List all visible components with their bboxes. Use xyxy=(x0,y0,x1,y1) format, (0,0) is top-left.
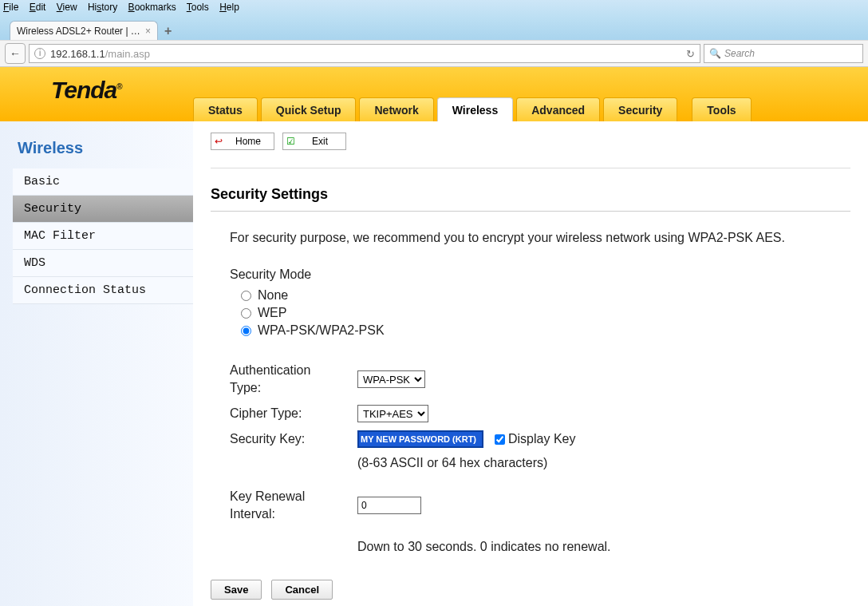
nav-network[interactable]: Network xyxy=(359,97,433,121)
menu-bookmarks[interactable]: Bookmarks xyxy=(128,2,176,13)
menu-tools[interactable]: Tools xyxy=(187,2,209,13)
router-page: Tenda® Status Quick Setup Network Wirele… xyxy=(0,67,868,606)
auth-type-label: AuthenticationType: xyxy=(230,362,357,397)
radio-wpa[interactable] xyxy=(241,326,251,336)
security-mode-label: Security Mode xyxy=(230,267,850,282)
security-key-input[interactable]: MY NEW PASSWORD (KRT) xyxy=(357,430,483,448)
url-host: 192.168.1.1 xyxy=(50,48,105,60)
radio-wpa-label: WPA-PSK/WPA2-PSK xyxy=(258,323,385,338)
menu-history[interactable]: History xyxy=(88,2,117,13)
settings-panel: Security Settings For security purpose, … xyxy=(211,168,850,558)
nav-advanced[interactable]: Advanced xyxy=(516,97,600,121)
exit-check-icon: ☑ xyxy=(286,136,295,147)
header-bar: Tenda® Status Quick Setup Network Wirele… xyxy=(0,67,868,121)
exit-button[interactable]: ☑ Exit xyxy=(282,133,346,150)
renewal-label: Key RenewalInterval: xyxy=(230,488,357,523)
display-key-checkbox[interactable] xyxy=(495,434,505,445)
cipher-type-label: Cipher Type: xyxy=(230,406,357,421)
browser-search[interactable]: 🔍 Search xyxy=(704,44,863,63)
new-tab-button[interactable]: + xyxy=(164,24,172,40)
auth-type-select[interactable]: WPA-PSK xyxy=(357,370,425,388)
main-nav: Status Quick Setup Network Wireless Adva… xyxy=(193,97,752,121)
browser-tab[interactable]: Wireless ADSL2+ Router | Main × xyxy=(10,21,158,40)
nav-security[interactable]: Security xyxy=(603,97,677,121)
home-arrow-icon: ↩ xyxy=(215,136,223,147)
button-row: Save Cancel xyxy=(211,580,333,600)
site-info-icon[interactable]: i xyxy=(34,48,45,59)
sidebar: Wireless Basic Security MAC Filter WDS C… xyxy=(0,121,193,606)
url-path: /main.asp xyxy=(105,48,150,60)
radio-wep-row[interactable]: WEP xyxy=(241,306,850,320)
content-toolbar: ↩ Home ☑ Exit xyxy=(211,133,850,150)
save-button[interactable]: Save xyxy=(211,580,262,600)
search-placeholder: Search xyxy=(724,48,755,59)
renewal-hint: Down to 30 seconds. 0 indicates no renew… xyxy=(357,536,645,558)
radio-none-label: None xyxy=(258,288,288,303)
sidebar-item-mac-filter[interactable]: MAC Filter xyxy=(13,223,193,250)
browser-tab-title: Wireless ADSL2+ Router | Main xyxy=(17,26,140,37)
reload-icon[interactable]: ↻ xyxy=(686,48,695,60)
url-bar[interactable]: i 192.168.1.1 /main.asp ↻ xyxy=(29,44,700,63)
radio-wep-label: WEP xyxy=(258,306,286,320)
search-icon: 🔍 xyxy=(709,48,721,59)
sidebar-title: Wireless xyxy=(0,134,193,168)
content-area: ↩ Home ☑ Exit Security Settings For secu… xyxy=(193,121,868,606)
radio-wep[interactable] xyxy=(241,308,251,319)
browser-menubar: File Edit View History Bookmarks Tools H… xyxy=(0,0,868,18)
sidebar-item-connection-status[interactable]: Connection Status xyxy=(13,277,193,304)
cancel-button[interactable]: Cancel xyxy=(271,580,333,600)
sidebar-item-basic[interactable]: Basic xyxy=(13,168,193,196)
radio-none[interactable] xyxy=(241,291,251,301)
nav-tools[interactable]: Tools xyxy=(692,97,751,121)
arrow-left-icon: ← xyxy=(10,47,21,60)
recommend-text: For security purpose, we recommend you t… xyxy=(230,231,850,245)
nav-status[interactable]: Status xyxy=(193,97,258,121)
radio-none-row[interactable]: None xyxy=(241,288,850,303)
sidebar-item-security[interactable]: Security xyxy=(13,196,193,223)
nav-quick-setup[interactable]: Quick Setup xyxy=(261,97,357,121)
back-button[interactable]: ← xyxy=(5,43,26,64)
panel-title: Security Settings xyxy=(211,186,850,212)
browser-toolbar: ← i 192.168.1.1 /main.asp ↻ 🔍 Search xyxy=(0,40,868,67)
menu-file[interactable]: File xyxy=(3,2,18,13)
browser-tabstrip: Wireless ADSL2+ Router | Main × + xyxy=(0,18,868,40)
sidebar-item-wds[interactable]: WDS xyxy=(13,250,193,277)
nav-wireless[interactable]: Wireless xyxy=(437,97,513,121)
key-hint: (8-63 ASCII or 64 hex characters) xyxy=(357,456,850,470)
display-key-label: Display Key xyxy=(508,432,575,446)
cipher-type-select[interactable]: TKIP+AES xyxy=(357,405,428,422)
close-tab-icon[interactable]: × xyxy=(145,26,151,37)
brand-logo: Tenda® xyxy=(51,77,122,104)
renewal-input[interactable] xyxy=(357,497,421,514)
security-key-label: Security Key: xyxy=(230,432,357,446)
home-button[interactable]: ↩ Home xyxy=(211,133,274,150)
menu-help[interactable]: Help xyxy=(219,2,239,13)
menu-edit[interactable]: Edit xyxy=(30,2,46,13)
menu-view[interactable]: View xyxy=(57,2,77,13)
radio-wpa-row[interactable]: WPA-PSK/WPA2-PSK xyxy=(241,323,850,338)
